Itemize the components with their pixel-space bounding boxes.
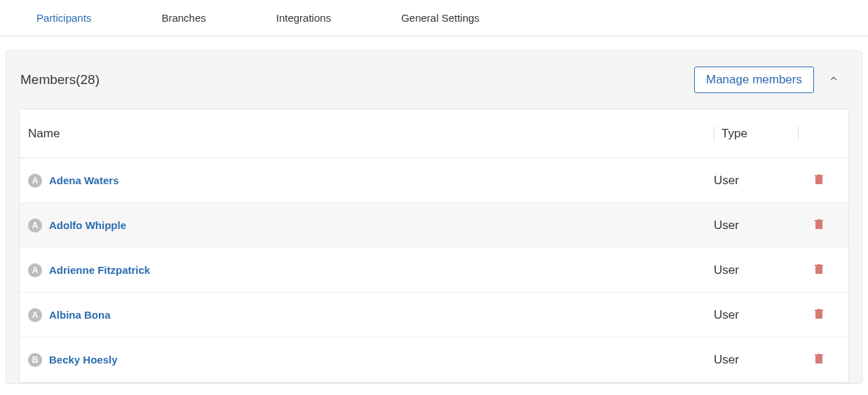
cell-actions [798, 219, 840, 232]
trash-icon [815, 219, 823, 229]
avatar: A [28, 263, 42, 277]
members-table: Name Type A Adena Waters User A Adolfo W… [19, 109, 849, 383]
chevron-up-icon [829, 74, 839, 83]
cell-actions [798, 309, 840, 321]
cell-name: A Adolfo Whipple [28, 219, 714, 233]
svg-rect-11 [818, 309, 820, 310]
panel-title-text: Members [20, 72, 76, 87]
delete-member-button[interactable] [815, 174, 823, 184]
panel-count-close: ) [95, 72, 100, 87]
svg-rect-3 [815, 221, 822, 229]
avatar: A [28, 308, 42, 322]
table-row: A Albina Bona User [20, 293, 848, 338]
tab-branches[interactable]: Branches [161, 12, 205, 24]
table-row: A Adolfo Whipple User [20, 203, 848, 248]
delete-member-button[interactable] [815, 354, 823, 363]
svg-rect-8 [818, 264, 820, 265]
cell-type: User [714, 308, 798, 322]
delete-member-button[interactable] [815, 219, 823, 229]
tabs: Participants Branches Integrations Gener… [0, 0, 868, 36]
panel-title: Members(28) [20, 72, 694, 88]
tab-participants[interactable]: Participants [36, 12, 91, 24]
trash-icon [815, 354, 823, 363]
cell-type: User [714, 263, 798, 277]
delete-member-button[interactable] [815, 309, 823, 319]
table-row: A Adena Waters User [20, 158, 848, 203]
avatar: B [28, 353, 42, 367]
table-row: B Becky Hoesly User [20, 338, 848, 382]
manage-members-button[interactable]: Manage members [694, 67, 814, 93]
panel-count: 28 [81, 72, 95, 87]
cell-actions [798, 174, 840, 187]
cell-name: A Adrienne Fitzpatrick [28, 263, 714, 277]
tab-general-settings[interactable]: General Settings [401, 12, 480, 24]
column-name[interactable]: Name [28, 127, 714, 141]
svg-rect-2 [818, 174, 820, 176]
panel-header: Members(28) Manage members [6, 51, 862, 109]
cell-name: A Albina Bona [28, 308, 714, 322]
table-row: A Adrienne Fitzpatrick User [20, 248, 848, 293]
member-link[interactable]: Adrienne Fitzpatrick [49, 264, 150, 276]
avatar: A [28, 174, 42, 188]
cell-name: A Adena Waters [28, 174, 714, 188]
member-link[interactable]: Adolfo Whipple [49, 219, 126, 231]
member-link[interactable]: Becky Hoesly [49, 354, 118, 366]
svg-rect-6 [815, 266, 822, 274]
svg-rect-0 [815, 176, 822, 184]
svg-rect-5 [818, 219, 820, 221]
svg-rect-9 [815, 311, 822, 319]
table-header: Name Type [20, 109, 848, 158]
cell-name: B Becky Hoesly [28, 353, 714, 367]
svg-rect-12 [815, 356, 822, 363]
avatar: A [28, 219, 42, 233]
cell-type: User [714, 174, 798, 188]
svg-rect-14 [818, 354, 820, 355]
cell-actions [798, 354, 840, 366]
cell-type: User [714, 219, 798, 233]
collapse-toggle[interactable] [820, 74, 848, 86]
delete-member-button[interactable] [815, 264, 823, 274]
cell-type: User [714, 353, 798, 367]
member-link[interactable]: Adena Waters [49, 174, 118, 186]
trash-icon [815, 174, 823, 184]
column-actions [798, 126, 840, 141]
member-link[interactable]: Albina Bona [49, 309, 111, 321]
trash-icon [815, 264, 823, 274]
column-type[interactable]: Type [714, 126, 798, 141]
members-panel: Members(28) Manage members Name Type A A… [6, 50, 862, 384]
tab-integrations[interactable]: Integrations [276, 12, 331, 24]
cell-actions [798, 264, 840, 277]
trash-icon [815, 309, 823, 319]
